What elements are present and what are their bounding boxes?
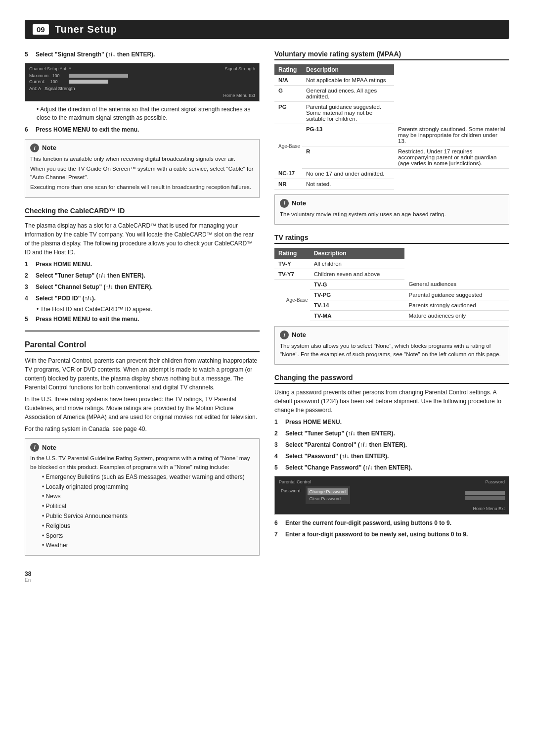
change-step-2-num: 2	[274, 429, 283, 438]
mock-current-bar	[69, 80, 108, 84]
note-2-icon: i	[30, 443, 39, 452]
parental-body-2: In the U.S. three rating systems have be…	[25, 395, 260, 422]
check-step-1: 1 Press HOME MENU.	[25, 260, 260, 269]
note-2-item-5: Religious	[42, 522, 254, 530]
step-6-number: 6	[25, 125, 34, 134]
note-1-item-0: This function is available only when rec…	[30, 155, 254, 163]
step-5: 5 Select "Signal Strength" (↑/↓ then ENT…	[25, 50, 260, 59]
mock-max-bar	[69, 74, 128, 78]
mpaa-desc-nr: Not rated.	[302, 179, 394, 189]
step-6-text: Press HOME MENU to exit the menu.	[36, 125, 260, 134]
note-1-icon: i	[30, 143, 39, 152]
check-step-3: 3 Select "Channel Setup" (↑/↓ then ENTER…	[25, 283, 260, 291]
mpaa-desc-pg13: Parents strongly cautioned. Some materia…	[394, 124, 509, 146]
change-step-3: 3 Select "Parental Control" (↑/↓ then EN…	[274, 440, 509, 449]
mock-ant-label: Ant: A Signal Strength	[29, 86, 75, 91]
note-2-item-2: News	[42, 492, 254, 501]
pc-bar-1	[465, 491, 505, 495]
change-step-4: 4 Select "Password" (↑/↓ then ENTER).	[274, 452, 509, 461]
mpaa-header-rating: Rating	[274, 64, 302, 75]
mock-current-label: Current: 100	[29, 79, 69, 84]
change-step-6-text: Enter the current four-digit password, u…	[285, 519, 509, 527]
step-5-text: Select "Signal Strength" (↑/↓ then ENTER…	[36, 50, 260, 59]
screenshot-parental-control: Parental Control Password Password Chang…	[274, 476, 509, 515]
table-row: TV-PG Parental guidance suggested	[274, 289, 509, 300]
note-4-header: i Note	[280, 331, 504, 339]
table-row: Age-Base TV-G General audiences	[274, 279, 509, 289]
pc-mock-title-right: Password	[485, 479, 505, 484]
tv-code-y: TV-Y	[274, 259, 310, 269]
check-step-1-text: Press HOME MENU.	[36, 260, 260, 269]
change-step-6: 6 Enter the current four-digit password,…	[274, 519, 509, 527]
note-1-item-1: When you use the TV Guide On Screen™ sys…	[30, 165, 254, 182]
mpaa-code-nc17: NC-17	[274, 168, 302, 179]
changing-body: Using a password prevents other persons …	[274, 388, 509, 415]
mpaa-desc-nc17: No one 17 and under admitted.	[302, 168, 394, 179]
table-row: N/A Not applicable for MPAA ratings	[274, 75, 509, 86]
note-2-item-4: Public Service Announcements	[42, 512, 254, 520]
tv-code-14: TV-14	[310, 300, 405, 310]
tv-ratings-title: TV ratings	[274, 234, 509, 244]
step-5-number: 5	[25, 50, 34, 59]
table-row: PG Parental guidance suggested. Some mat…	[274, 102, 509, 124]
mpaa-table: Rating Description N/A Not applicable fo…	[274, 64, 509, 189]
note-2-item-1: Locally originated programming	[42, 483, 254, 491]
note-3-icon: i	[280, 199, 289, 208]
tv-code-pg: TV-PG	[310, 289, 405, 300]
table-row: TV-Y7 Children seven and above	[274, 269, 509, 279]
mpaa-desc-g: General audiences. All ages admitted.	[302, 86, 394, 102]
pc-mock-footer: Home Menu Ext	[279, 506, 505, 511]
mpaa-header-desc: Description	[302, 64, 394, 75]
checking-body: The plasma display has a slot for a Cabl…	[25, 221, 260, 257]
change-step-4-text: Select "Password" (↑/↓ then ENTER).	[285, 452, 509, 461]
left-column: 5 Select "Signal Strength" (↑/↓ then ENT…	[25, 50, 260, 583]
mock-title-bar: Channel Setup Ant: A Signal Strength	[29, 66, 255, 71]
note-3-header: i Note	[280, 199, 504, 208]
change-step-3-num: 3	[274, 440, 283, 449]
note-2-item-6: Sports	[42, 532, 254, 540]
parental-body-1: With the Parental Control, parents can p…	[25, 356, 260, 392]
page: 09 Tuner Setup 5 Select "Signal Strength…	[0, 0, 534, 756]
tv-desc-14: Parents strongly cautioned	[404, 300, 509, 310]
check-step-4-text: Select "POD ID" (↑/↓).	[36, 294, 260, 303]
pc-mock-title-bar: Parental Control Password	[279, 479, 505, 484]
note-4-label: Note	[292, 331, 306, 338]
note-3-label: Note	[292, 199, 306, 207]
note-1-item-2: Executing more than one scan for channel…	[30, 183, 254, 191]
note-2-item-3: Political	[42, 502, 254, 511]
tv-code-g: TV-G	[310, 279, 405, 289]
check-step-5-num: 5	[25, 315, 34, 324]
mpaa-code-r: R	[302, 146, 394, 168]
tv-ratings-table: Rating Description TV-Y All children TV-…	[274, 248, 509, 321]
table-row: TV-14 Parents strongly cautioned	[274, 300, 509, 310]
mock-title-right: Signal Strength	[224, 66, 255, 71]
change-step-1-num: 1	[274, 418, 283, 426]
mpaa-code-na: N/A	[274, 75, 302, 86]
tv-header-desc: Description	[310, 248, 405, 259]
change-step-3-text: Select "Parental Control" (↑/↓ then ENTE…	[285, 440, 509, 449]
changing-password-title: Changing the password	[274, 374, 509, 384]
tv-header-rating: Rating	[274, 248, 310, 259]
pc-mock-password-label: Password	[279, 486, 303, 504]
tv-age-base-label: Age-Base	[274, 279, 310, 321]
check-step-2-num: 2	[25, 271, 34, 280]
note-3-text: The voluntary movie rating system only u…	[280, 210, 504, 219]
check-step-5-text: Press HOME MENU to exit the menu.	[36, 315, 260, 324]
mock-antenna-row: Ant: A Signal Strength	[29, 86, 255, 91]
check-step-2-text: Select "Tuner Setup" (↑/↓ then ENTER).	[36, 271, 260, 280]
parental-control-title: Parental Control	[25, 340, 260, 352]
mpaa-desc-na: Not applicable for MPAA ratings	[302, 75, 394, 86]
page-number: 38	[25, 570, 260, 577]
tv-desc-g: General audiences	[404, 279, 509, 289]
note-2-item-0: Emergency Bulletins (such as EAS message…	[42, 473, 254, 481]
check-step-4-num: 4	[25, 294, 34, 303]
mock-row-max: Maximum: 100	[29, 73, 255, 78]
table-row: G General audiences. All ages admitted.	[274, 86, 509, 102]
table-row: NR Not rated.	[274, 179, 509, 189]
change-step-1-text: Press HOME MENU.	[285, 418, 509, 426]
right-column: Voluntary movie rating system (MPAA) Rat…	[274, 50, 509, 583]
note-2: i Note In the U.S. TV Parental Guideline…	[25, 438, 260, 556]
tv-desc-y: All children	[310, 259, 405, 269]
check-step-4: 4 Select "POD ID" (↑/↓).	[25, 294, 260, 303]
change-step-2-text: Select "Tuner Setup" (↑/↓ then ENTER).	[285, 429, 509, 438]
